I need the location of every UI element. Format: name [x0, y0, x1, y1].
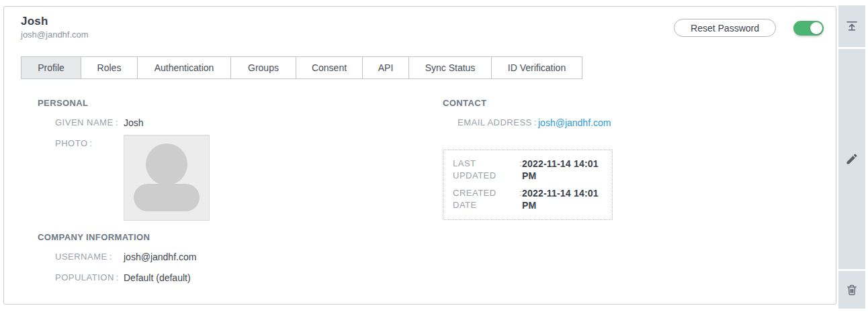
- email-address-link[interactable]: josh@jandhf.com: [538, 117, 611, 129]
- trash-icon: [845, 283, 859, 297]
- username-value: josh@jandhf.com: [124, 251, 196, 263]
- photo-label: PHOTO:: [55, 138, 124, 150]
- contact-section: CONTACT EMAIL ADDRESS: josh@jandhf.com: [443, 98, 725, 129]
- edit-pencil-icon: [845, 152, 859, 166]
- population-label: POPULATION:: [55, 272, 124, 284]
- edit-user-button[interactable]: [838, 49, 865, 269]
- header-actions: Reset Password: [674, 19, 824, 37]
- given-name-row: GIVEN NAME: Josh: [55, 117, 414, 129]
- delete-user-button[interactable]: [838, 271, 865, 309]
- last-updated-label: LAST UPDATED:: [453, 158, 522, 182]
- username-label: USERNAME:: [55, 251, 124, 263]
- given-name-value: Josh: [124, 117, 144, 129]
- contact-heading: CONTACT: [443, 98, 725, 108]
- population-row: POPULATION: Default (default): [55, 272, 414, 284]
- timestamps-box: LAST UPDATED: 2022-11-14 14:01 PM CREATE…: [443, 150, 613, 220]
- tab-consent[interactable]: Consent: [296, 56, 363, 79]
- tab-id-verification[interactable]: ID Verification: [491, 56, 582, 79]
- personal-heading: PERSONAL: [38, 98, 414, 108]
- created-date-label: CREATED DATE:: [453, 187, 522, 211]
- created-date-row: CREATED DATE: 2022-11-14 14:01 PM: [453, 187, 603, 211]
- last-updated-value: 2022-11-14 14:01 PM: [522, 158, 603, 182]
- created-date-value: 2022-11-14 14:01 PM: [522, 187, 603, 211]
- given-name-label: GIVEN NAME:: [55, 117, 124, 129]
- person-silhouette-body: [134, 184, 200, 211]
- collapse-panel-button[interactable]: [838, 5, 865, 47]
- user-name-title: Josh: [21, 15, 48, 28]
- tab-groups[interactable]: Groups: [230, 56, 296, 79]
- last-updated-row: LAST UPDATED: 2022-11-14 14:01 PM: [453, 158, 603, 182]
- toggle-knob: [810, 22, 822, 34]
- tab-profile[interactable]: Profile: [21, 56, 81, 79]
- tab-sync-status[interactable]: Sync Status: [408, 56, 492, 79]
- user-enabled-toggle[interactable]: [793, 21, 824, 36]
- company-information-section: COMPANY INFORMATION USERNAME: josh@jandh…: [38, 232, 414, 284]
- tab-roles[interactable]: Roles: [81, 56, 138, 79]
- reset-password-button[interactable]: Reset Password: [674, 19, 776, 37]
- population-value: Default (default): [124, 272, 191, 284]
- collapse-top-icon: [846, 20, 858, 32]
- tab-authentication[interactable]: Authentication: [137, 56, 231, 79]
- person-silhouette-icon: [146, 144, 187, 185]
- username-row: USERNAME: josh@jandhf.com: [55, 251, 414, 263]
- email-address-label: EMAIL ADDRESS:: [458, 117, 538, 129]
- user-email-subtitle: josh@jandhf.com: [21, 30, 89, 40]
- user-detail-tabs: Profile Roles Authentication Groups Cons…: [21, 56, 582, 79]
- photo-row: PHOTO:: [55, 138, 414, 221]
- tab-api[interactable]: API: [362, 56, 409, 79]
- user-photo-placeholder: [124, 135, 210, 221]
- company-information-heading: COMPANY INFORMATION: [38, 232, 414, 242]
- user-detail-panel: Josh josh@jandhf.com Reset Password Prof…: [3, 6, 836, 305]
- email-address-row: EMAIL ADDRESS: josh@jandhf.com: [458, 117, 725, 129]
- personal-section: PERSONAL GIVEN NAME: Josh PHOTO:: [38, 98, 414, 221]
